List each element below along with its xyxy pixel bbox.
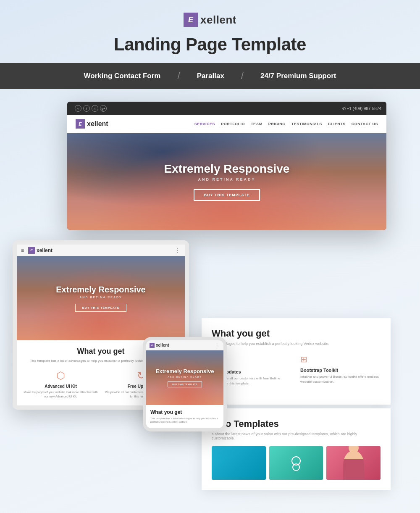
portfolio-panel: folio Templates s about the latest news … [202, 408, 391, 490]
brand-logo-icon: E [184, 13, 198, 27]
hero-bg [67, 133, 386, 230]
social-icon-t: t [92, 105, 98, 112]
nav-services[interactable]: SERVICES [194, 122, 215, 126]
logo-area: E xellent [184, 13, 236, 27]
brand-logo-text: xellent [200, 13, 236, 26]
tablet-logo-text: xellent [37, 247, 52, 253]
hero-subtitle: AND RETINA READY [198, 177, 255, 182]
phone-logo-text: xellent [156, 343, 169, 347]
site-nav: E xellent SERVICES PORTFOLIO TEAM PRICIN… [67, 115, 386, 133]
tablet-menu-icon[interactable]: ≡ [21, 247, 24, 253]
phone-mockup: E xellent ⋮ Extremely Responsive AND RET… [143, 337, 227, 431]
feature-divider-1: / [178, 71, 180, 82]
portfolio-image-2-graphic [286, 452, 307, 474]
feature-parallax: Parallax [180, 72, 241, 80]
nav-clients[interactable]: CLIENTS [328, 122, 346, 126]
right-feature-desc-2: Intuitive and powerful Bootstrap toolkit… [300, 374, 381, 384]
browser-phone: ✆ +1 (409) 987-5874 [342, 106, 381, 111]
site-logo: E xellent [76, 119, 108, 129]
site-hero: Extremely Responsive AND RETINA READY BU… [67, 133, 386, 230]
site-logo-text: xellent [87, 120, 108, 128]
right-section-sub: of advantages to help you establish a pe… [212, 342, 381, 346]
phone-more-icon[interactable]: ⋮ [216, 343, 220, 347]
page-title: Landing Page Template [114, 34, 306, 55]
social-icon-g: g+ [100, 105, 107, 112]
tablet-more-icon[interactable]: ⋮ [175, 247, 181, 254]
hero-cta-button[interactable]: BUY THIS TEMPLATE [194, 189, 260, 201]
tablet-feature-title-1: Advanced UI Kit [24, 384, 98, 389]
site-logo-icon: E [76, 119, 85, 129]
tablet-hero: Extremely Responsive AND RETINA READY BU… [17, 256, 185, 340]
tablet-hero-subtitle: AND RETINA READY [79, 296, 122, 299]
phone-top-bar: E xellent ⋮ [146, 340, 223, 350]
nav-pricing[interactable]: PRICING [268, 122, 286, 126]
right-what-you-get-panel: What you get of advantages to help you e… [202, 318, 391, 405]
nav-contact[interactable]: CONTACT US [352, 122, 378, 126]
tablet-logo: E xellent [28, 247, 52, 254]
phone-hero-btn[interactable]: BUY THIS TEMPLATE [168, 381, 202, 387]
browser-social-icons: ○ f t g+ [75, 105, 107, 112]
feature-label-3: 24/7 Premium Support [260, 72, 336, 80]
portfolio-person [326, 446, 381, 480]
right-feature-title-2: Bootstrap Toolkit [300, 368, 381, 373]
right-features-grid: ↻ Free Updates We provide all our custom… [212, 354, 381, 386]
phone-content: What you get This template has a lot of … [146, 405, 223, 428]
phone-hero: Extremely Responsive AND RETINA READY BU… [146, 350, 223, 405]
phone-section-sub: This template has a lot of advantages to… [150, 417, 219, 424]
desktop-mockup: ○ f t g+ ✆ +1 (409) 987-5874 E xellent S… [67, 102, 386, 230]
portfolio-title: folio Templates [212, 418, 381, 429]
features-bar: Working Contact Form / Parallax / 24/7 P… [0, 63, 420, 89]
person-head [349, 446, 359, 453]
tablet-hero-btn[interactable]: BUY THIS TEMPLATE [75, 304, 127, 312]
browser-bar: ○ f t g+ ✆ +1 (409) 987-5874 [67, 102, 386, 115]
social-icon-f: f [83, 105, 90, 112]
tablet-logo-icon: E [28, 247, 35, 254]
mockup-container: ○ f t g+ ✆ +1 (409) 987-5874 E xellent S… [0, 89, 420, 467]
header: E xellent Landing Page Template [0, 0, 420, 63]
nav-team[interactable]: TEAM [251, 122, 262, 126]
portfolio-sub: s about the latest news of your salon wi… [212, 432, 381, 440]
portfolio-image-2 [269, 446, 323, 480]
advanced-ui-icon: ⬡ [24, 370, 98, 381]
right-section-title: What you get [212, 328, 381, 339]
feature-contact-form: Working Contact Form [67, 72, 178, 80]
nav-portfolio[interactable]: PORTFOLIO [221, 122, 245, 126]
portfolio-image-1 [212, 446, 266, 480]
phone-hero-subtitle: AND RETINA READY [168, 376, 202, 378]
portfolio-image-3 [326, 446, 381, 480]
nav-testimonials[interactable]: TESTIMONIALS [291, 122, 322, 126]
tablet-hero-title: Extremely Responsive [56, 285, 145, 295]
phone-logo-icon: E [150, 343, 155, 348]
portfolio-images [212, 446, 381, 480]
person-body [343, 450, 364, 480]
feature-divider-2: / [241, 71, 244, 82]
feature-support: 24/7 Premium Support [244, 72, 353, 80]
feature-label-2: Parallax [197, 72, 224, 80]
tablet-top-bar: ≡ E xellent ⋮ [17, 245, 185, 256]
phone-logo: E xellent [150, 343, 169, 348]
site-nav-links: SERVICES PORTFOLIO TEAM PRICING TESTIMON… [194, 122, 378, 126]
right-bootstrap-icon: ⊞ [300, 354, 381, 364]
right-feature-2: ⊞ Bootstrap Toolkit Intuitive and powerf… [300, 354, 381, 386]
phone-hero-title: Extremely Responsive [156, 368, 214, 375]
tablet-feature-1: ⬡ Advanced UI Kit Make the pages of your… [24, 370, 98, 399]
phone-section-title: What you get [150, 409, 219, 415]
tablet-feature-desc-1: Make the pages of your website look more… [24, 390, 98, 399]
hero-title: Extremely Responsive [164, 162, 290, 176]
social-icon-circle: ○ [75, 105, 81, 112]
feature-label-1: Working Contact Form [84, 72, 161, 80]
